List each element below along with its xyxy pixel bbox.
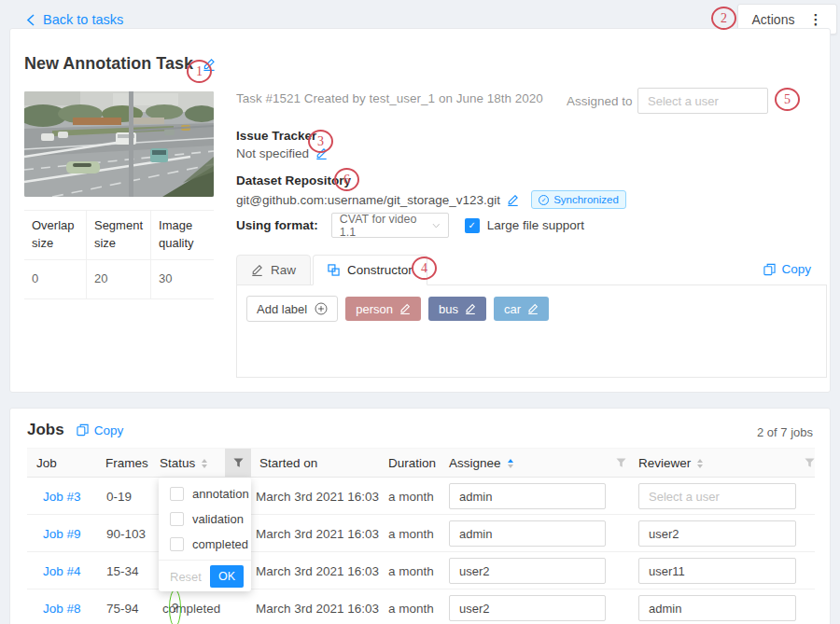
reviewer-input[interactable] bbox=[638, 558, 796, 584]
label-chip-bus[interactable]: bus bbox=[428, 297, 486, 321]
param-value: 0 bbox=[24, 260, 87, 299]
edit-label-icon[interactable] bbox=[465, 303, 476, 314]
back-to-tasks-link[interactable]: Back to tasks bbox=[26, 12, 123, 27]
status-filter-dropdown: annotation validation completed Reset OK bbox=[159, 478, 251, 591]
job-started: March 3rd 2021 16:03 bbox=[256, 515, 379, 552]
jobs-count: 2 of 7 jobs bbox=[757, 425, 813, 439]
jobs-copy-button[interactable]: Copy bbox=[77, 423, 124, 437]
param-header: Overlap size bbox=[24, 211, 87, 260]
jobs-title: Jobs bbox=[27, 421, 64, 439]
label-constructor-panel: Add label person bus car bbox=[236, 284, 827, 378]
checkbox-annotation[interactable] bbox=[170, 487, 184, 501]
job-link[interactable]: Job #9 bbox=[43, 515, 81, 552]
column-frames: Frames bbox=[105, 449, 148, 478]
column-job: Job bbox=[36, 449, 57, 478]
label-chip-name: bus bbox=[439, 302, 458, 316]
checkbox-completed[interactable] bbox=[170, 537, 184, 551]
reviewer-input[interactable] bbox=[638, 483, 796, 509]
label-chip-person[interactable]: person bbox=[345, 297, 421, 321]
labels-copy-button[interactable]: Copy bbox=[763, 262, 811, 276]
label-chips-row: Add label person bus car bbox=[246, 296, 549, 322]
reviewer-filter-icon[interactable] bbox=[796, 449, 822, 478]
job-row: Job #3 0-19 March 3rd 2021 16:03 a month bbox=[27, 478, 815, 515]
edit-label-icon[interactable] bbox=[399, 303, 411, 314]
column-status: Status bbox=[160, 449, 207, 478]
chevron-left-icon bbox=[26, 14, 35, 26]
copy-icon bbox=[763, 263, 776, 276]
column-status-label: Status bbox=[160, 456, 195, 470]
filter-ok-button[interactable]: OK bbox=[210, 565, 244, 588]
using-format-row: Using format: CVAT for video 1.1 ✓ Large… bbox=[236, 213, 584, 238]
issue-tracker-value: Not specified bbox=[236, 146, 309, 160]
assigned-to-input[interactable] bbox=[637, 88, 768, 114]
filter-reset-button[interactable]: Reset bbox=[170, 570, 202, 584]
job-duration: a month bbox=[388, 515, 434, 552]
assignee-input[interactable] bbox=[449, 595, 606, 621]
status-sorter[interactable] bbox=[202, 459, 207, 468]
job-duration: a month bbox=[388, 589, 434, 624]
format-select[interactable]: CVAT for video 1.1 bbox=[331, 213, 449, 238]
filter-option-validation[interactable]: validation bbox=[159, 506, 251, 532]
job-started: March 3rd 2021 16:03 bbox=[256, 589, 379, 624]
edit-repository-icon[interactable] bbox=[507, 194, 519, 206]
jobs-table-header: Job Frames Status Started on Duration As… bbox=[27, 448, 815, 478]
using-format-label: Using format: bbox=[236, 218, 318, 232]
param-value: 30 bbox=[151, 260, 214, 299]
sync-status-label: Synchronized bbox=[553, 194, 619, 205]
issue-tracker-label: Issue Tracker bbox=[236, 129, 316, 143]
chevron-down-icon bbox=[432, 223, 441, 229]
checkbox-validation[interactable] bbox=[170, 512, 184, 526]
annotation-marker-3: 3 bbox=[308, 130, 333, 153]
job-duration: a month bbox=[388, 478, 434, 515]
plus-circle-icon bbox=[315, 302, 328, 315]
large-file-label: Large file support bbox=[487, 218, 584, 232]
tab-constructor-label: Constructor bbox=[347, 263, 413, 277]
assigned-to-label: Assigned to bbox=[567, 94, 633, 108]
filter-option-annotation[interactable]: annotation bbox=[159, 481, 251, 506]
reviewer-input[interactable] bbox=[638, 595, 796, 621]
task-params-table: Overlap size Segment size Image quality … bbox=[24, 210, 214, 299]
constructor-block-icon bbox=[328, 264, 340, 276]
job-frames: 75-94 bbox=[106, 589, 139, 624]
task-details-card: New Annotation Task bbox=[9, 28, 831, 393]
tab-constructor[interactable]: Constructor bbox=[313, 255, 427, 285]
job-row: Job #8 75-94 completed ? March 3rd 2021 … bbox=[27, 589, 815, 624]
assignee-filter-icon[interactable] bbox=[608, 449, 634, 478]
check-circle-icon: ✓ bbox=[539, 195, 549, 205]
large-file-checkbox[interactable]: ✓ bbox=[465, 218, 480, 233]
job-frames: 0-19 bbox=[106, 478, 132, 515]
job-row: Job #9 90-103 March 3rd 2021 16:03 a mon… bbox=[27, 515, 815, 552]
assignee-sorter[interactable] bbox=[508, 459, 513, 468]
actions-label: Actions bbox=[752, 12, 795, 27]
column-reviewer-label: Reviewer bbox=[638, 456, 691, 470]
label-chip-car[interactable]: car bbox=[494, 297, 549, 321]
reviewer-input[interactable] bbox=[638, 520, 796, 547]
job-started: March 3rd 2021 16:03 bbox=[256, 552, 379, 589]
param-header: Segment size bbox=[87, 211, 151, 260]
copy-icon bbox=[77, 423, 89, 437]
column-duration: Duration bbox=[388, 449, 436, 478]
status-filter-icon[interactable] bbox=[225, 449, 251, 478]
job-link[interactable]: Job #3 bbox=[43, 478, 81, 515]
dataset-repository-url: git@github.com:username/git_storage_v123… bbox=[236, 193, 500, 207]
tab-raw[interactable]: Raw bbox=[236, 255, 311, 285]
tab-raw-label: Raw bbox=[271, 263, 296, 277]
back-to-tasks-label: Back to tasks bbox=[43, 12, 123, 27]
task-title: New Annotation Task bbox=[24, 54, 193, 74]
assignee-input[interactable] bbox=[449, 558, 606, 584]
assignee-input[interactable] bbox=[449, 483, 606, 509]
annotation-marker-4: 4 bbox=[412, 257, 437, 280]
job-link[interactable]: Job #4 bbox=[43, 552, 81, 589]
job-frames: 15-34 bbox=[106, 552, 139, 589]
assignee-input[interactable] bbox=[449, 520, 606, 547]
dataset-repository-row: git@github.com:username/git_storage_v123… bbox=[236, 190, 626, 209]
add-label-button[interactable]: Add label bbox=[246, 296, 338, 322]
edit-label-icon[interactable] bbox=[527, 303, 539, 314]
jobs-copy-label: Copy bbox=[94, 423, 124, 437]
column-started: Started on bbox=[259, 449, 317, 478]
job-link[interactable]: Job #8 bbox=[43, 589, 81, 624]
filter-option-completed[interactable]: completed bbox=[159, 532, 251, 557]
add-label-text: Add label bbox=[257, 302, 307, 316]
filter-option-label: validation bbox=[192, 512, 244, 526]
reviewer-sorter[interactable] bbox=[697, 459, 703, 468]
